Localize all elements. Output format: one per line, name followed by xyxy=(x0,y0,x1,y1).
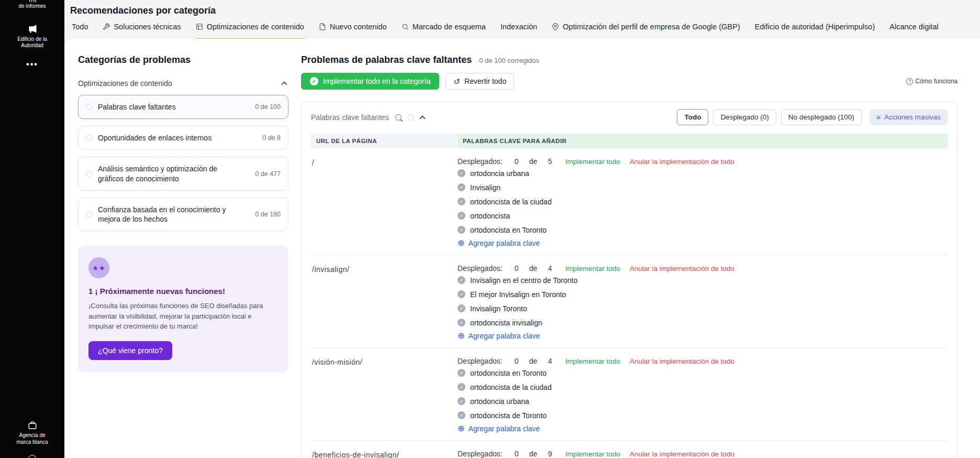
check-circle-icon: ✓ xyxy=(458,183,465,191)
check-circle-icon: ✓ xyxy=(310,77,318,85)
tab-marcado-de-esquema[interactable]: Marcado de esquema xyxy=(401,20,486,40)
keyword-item[interactable]: ✓ortodoncista de la ciudad xyxy=(458,380,948,394)
bulk-actions-button[interactable]: ≡Acciones masivas xyxy=(870,109,948,125)
tab-bar: TodoSoluciones técnicasOptimizaciones de… xyxy=(64,16,980,40)
keyword-item[interactable]: ✓El mejor Invisalign en Toronto xyxy=(458,288,948,301)
keyword-item[interactable]: ✓ortodoncista de la ciudad xyxy=(458,195,948,208)
circle-indicator-icon xyxy=(408,114,414,121)
keyword-item[interactable]: ✓Invisalign Toronto xyxy=(458,302,948,315)
page-url[interactable]: /visión-misión/ xyxy=(311,357,458,433)
total-count: 4 xyxy=(541,264,559,272)
tab-indexacion[interactable]: Indexación xyxy=(500,20,538,40)
de-label: de xyxy=(526,157,541,166)
category-item-analisis-semantico-y-optimizacion-de-graficos-de-conocimiento[interactable]: Análisis semántico y optimización de grá… xyxy=(78,157,288,190)
how-it-works-link[interactable]: ? Cómo funciona xyxy=(906,78,957,85)
keyword-item[interactable]: ✓ortodoncista de Toronto xyxy=(458,409,948,422)
keyword-item[interactable]: ✓ortodoncista en Toronto xyxy=(458,366,948,379)
issues-content: Problemas de palabras clave faltantes 0 … xyxy=(301,54,957,458)
tab-alcance-digital[interactable]: Alcance digital xyxy=(889,20,939,40)
check-circle-icon: ✓ xyxy=(458,319,465,326)
category-count: 0 de 100 xyxy=(250,103,281,111)
sidebar-more-menu[interactable]: ••• xyxy=(26,60,38,69)
add-keyword-link[interactable]: ⊕Agregar palabra clave xyxy=(458,424,948,433)
tab-edificio-de-autoridad-hiperimpulso[interactable]: Edificio de autoridad (Hiperimpulso) xyxy=(754,20,876,40)
help-circle-icon: ? xyxy=(906,78,913,85)
sidebar-item-white-label-agency[interactable]: Agencia de marca blanca xyxy=(13,421,52,445)
category-item-confianza-basada-en-el-conocimiento-y-mejora-de-los-hechos[interactable]: Confianza basada en el conocimiento y me… xyxy=(78,198,288,231)
sidebar-item-reports[interactable]: de informes xyxy=(13,0,52,10)
segmented-filter: TodoDesplegado (0)No desplegado (100)≡Ac… xyxy=(677,109,948,125)
segment-no-desplegado-100[interactable]: No desplegado (100) xyxy=(781,109,862,125)
document-icon xyxy=(319,23,326,30)
whats-coming-button[interactable]: ¿Qué viene pronto? xyxy=(88,341,172,360)
category-item-oportunidades-de-enlaces-internos[interactable]: Oportunidades de enlaces internos0 de 8 xyxy=(78,126,288,150)
check-circle-icon: ✓ xyxy=(458,276,465,284)
fixed-count-label: 0 de 100 corregidos xyxy=(479,57,539,64)
tab-optimizaciones-de-contenido[interactable]: Optimizaciones de contenido xyxy=(195,20,305,40)
add-keyword-label: Agregar palabra clave xyxy=(468,239,540,247)
keyword-label: ortodoncista de la ciudad xyxy=(470,383,552,391)
undo-icon: ↺ xyxy=(453,78,460,85)
segment-desplegado-0[interactable]: Desplegado (0) xyxy=(713,109,776,125)
keyword-item[interactable]: ✓ortodoncista xyxy=(458,209,948,222)
row-deploy-status: Desplegados:0de5Implementar todoAnular l… xyxy=(458,157,948,166)
implement-row-link[interactable]: Implementar todo xyxy=(565,158,620,166)
implement-all-category-button[interactable]: ✓ Implementar todo en la categoría xyxy=(301,73,439,90)
tab-soluciones-tecnicas[interactable]: Soluciones técnicas xyxy=(102,20,181,40)
page-url[interactable]: /beneficios-de-invisalign/ xyxy=(311,450,458,458)
revert-all-button[interactable]: ↺ Revertir todo xyxy=(446,73,514,90)
deployed-count: 0 xyxy=(508,450,526,458)
keyword-item[interactable]: ✓Invisalign xyxy=(458,181,948,194)
implement-row-link[interactable]: Implementar todo xyxy=(565,265,620,272)
issue-categories-panel: Categorías de problemas Optimizaciones d… xyxy=(78,54,288,458)
total-count: 4 xyxy=(541,357,559,365)
page-url[interactable]: / xyxy=(311,157,458,247)
sidebar-item-authority-building[interactable]: Edificio de la Autoridad xyxy=(13,24,52,49)
add-keyword-link[interactable]: ⊕Agregar palabra clave xyxy=(458,239,948,247)
undo-row-link[interactable]: Anular la implementación de todo xyxy=(630,450,734,458)
check-circle-icon: ✓ xyxy=(458,304,465,312)
sidebar-label: Agencia de marca blanca xyxy=(13,432,52,445)
tab-label: Indexación xyxy=(500,23,537,31)
page-url[interactable]: /invisalign/ xyxy=(311,264,458,340)
keyword-item[interactable]: ✓ortodoncista invisalign xyxy=(458,316,948,329)
chevron-up-icon[interactable] xyxy=(419,115,425,121)
filter-section-label: Palabras clave faltantes xyxy=(311,113,389,122)
tab-label: Soluciones técnicas xyxy=(114,23,181,31)
segment-todo[interactable]: Todo xyxy=(677,109,708,125)
search-icon[interactable] xyxy=(395,114,402,121)
tab-todo[interactable]: Todo xyxy=(71,20,88,40)
category-group-label: Optimizaciones de contenido xyxy=(78,79,172,88)
undo-row-link[interactable]: Anular la implementación de todo xyxy=(630,158,734,166)
category-item-palabras-clave-faltantes[interactable]: Palabras clave faltantes0 de 100 xyxy=(78,95,288,119)
undo-row-link[interactable]: Anular la implementación de todo xyxy=(630,265,734,272)
implement-row-link[interactable]: Implementar todo xyxy=(565,450,620,458)
tab-nuevo-contenido[interactable]: Nuevo contenido xyxy=(318,20,387,40)
keyword-label: ortodoncista en Toronto xyxy=(470,369,547,377)
tab-optimizacion-del-perfil-de-empresa-de-google-gbp[interactable]: Optimización del perfil de empresa de Go… xyxy=(551,20,741,40)
keyword-item[interactable]: ✓Invisalign en el centro de Toronto xyxy=(458,274,948,287)
tab-label: Optimizaciones de contenido xyxy=(207,23,304,31)
radio-icon xyxy=(86,135,92,141)
help-circle-icon[interactable] xyxy=(28,455,36,458)
table-row: /visión-misión/Desplegados:0de4Implement… xyxy=(311,348,948,441)
keyword-label: Invisalign xyxy=(470,183,500,192)
undo-row-link[interactable]: Anular la implementación de todo xyxy=(630,357,734,365)
keyword-table-body: /Desplegados:0de5Implementar todoAnular … xyxy=(311,148,948,458)
check-circle-icon: ✓ xyxy=(458,397,465,405)
promo-title: 1 ¡ Próximamente nuevas funciones! xyxy=(88,287,278,296)
category-group-header[interactable]: Optimizaciones de contenido xyxy=(78,79,288,88)
keyword-label: El mejor Invisalign en Toronto xyxy=(470,290,566,299)
check-circle-icon: ✓ xyxy=(458,383,465,391)
deployed-label: Desplegados: xyxy=(458,450,503,458)
category-label: Análisis semántico y optimización de grá… xyxy=(98,164,244,183)
table-row: /beneficios-de-invisalign/Desplegados:0d… xyxy=(311,441,948,458)
top-header: Recomendaciones por categoría TodoSoluci… xyxy=(64,0,980,39)
add-keyword-link[interactable]: ⊕Agregar palabra clave xyxy=(458,332,948,340)
implement-row-link[interactable]: Implementar todo xyxy=(565,357,620,365)
de-label: de xyxy=(526,450,541,458)
keyword-item[interactable]: ✓ortodoncia urbana xyxy=(458,395,948,408)
keyword-item[interactable]: ✓ortodoncista en Toronto xyxy=(458,223,948,236)
keyword-item[interactable]: ✓ortodoncia urbana xyxy=(458,167,948,180)
row-content: Desplegados:0de9Implementar todoAnular l… xyxy=(458,450,948,458)
